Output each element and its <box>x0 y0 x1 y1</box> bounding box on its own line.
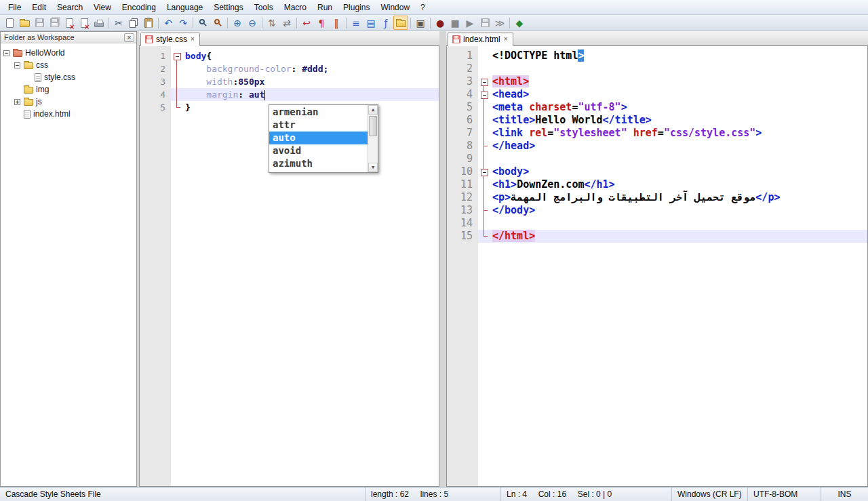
code-line[interactable]: 2 <box>447 62 867 75</box>
fold-marker[interactable] <box>478 165 490 178</box>
record-macro-button[interactable]: ● <box>433 16 448 30</box>
close-all-button[interactable] <box>77 16 92 30</box>
toolbar-separator <box>430 18 431 28</box>
save-button[interactable] <box>32 16 47 30</box>
vertical-splitter[interactable] <box>439 31 446 487</box>
tree-item-helloworld[interactable]: −HelloWorld <box>1 47 136 59</box>
code-line[interactable]: 12<p>موقع تحميل آخر التطبيقات والبرامج ا… <box>447 191 867 204</box>
menu-item-window[interactable]: Window <box>375 1 415 14</box>
code-line[interactable]: 1<!DOCTYPE html> <box>447 49 867 62</box>
new-file-button[interactable] <box>2 16 17 30</box>
expand-icon[interactable]: + <box>14 99 20 105</box>
autocomplete-item-azimuth[interactable]: azimuth <box>269 157 368 170</box>
menu-item-help[interactable]: ? <box>415 1 431 14</box>
autocomplete-item-armenian[interactable]: armenian <box>269 106 368 119</box>
collapse-icon[interactable]: − <box>3 50 9 56</box>
scroll-up-icon[interactable]: ▲ <box>368 105 378 115</box>
show-all-characters-button[interactable]: ¶ <box>314 16 329 30</box>
code-line[interactable]: 13</body> <box>447 204 867 217</box>
code-line[interactable]: 15</html> <box>447 230 867 243</box>
status-eol[interactable]: Windows (CR LF) <box>671 487 747 501</box>
code-line[interactable]: 5<meta charset="utf-8"> <box>447 101 867 114</box>
copy-button[interactable] <box>126 16 141 30</box>
function-list-button[interactable]: ƒ <box>378 16 393 30</box>
open-file-button[interactable] <box>17 16 32 30</box>
code-line[interactable]: 8</head> <box>447 140 867 153</box>
undo-button[interactable]: ↶ <box>161 16 176 30</box>
menu-item-plugins[interactable]: Plugins <box>338 1 375 14</box>
code-line[interactable]: 3<html> <box>447 75 867 88</box>
autocomplete-scrollbar[interactable]: ▲ ▼ <box>368 105 378 172</box>
sync-horizontal-scrolling-button[interactable]: ⇄ <box>279 16 294 30</box>
plugin-button[interactable]: ◆ <box>512 16 527 30</box>
menu-item-view[interactable]: View <box>88 1 117 14</box>
tree-item-js[interactable]: +js <box>1 96 136 108</box>
right-editor[interactable]: 1<!DOCTYPE html>23<html>4<head>5<meta ch… <box>446 46 868 487</box>
menu-item-settings[interactable]: Settings <box>208 1 248 14</box>
menu-item-encoding[interactable]: Encoding <box>117 1 161 14</box>
save-macro-button[interactable] <box>477 16 492 30</box>
run-macro-multiple-button[interactable]: ≫ <box>492 16 507 30</box>
panel-close-icon[interactable]: × <box>124 33 134 42</box>
scroll-down-icon[interactable]: ▼ <box>368 163 378 172</box>
code-line[interactable]: 3 width:850px <box>140 75 439 88</box>
code-line[interactable]: 11<h1>DownZen.com</h1> <box>447 178 867 191</box>
save-all-button[interactable] <box>47 16 62 30</box>
tree-item-style-css[interactable]: style.css <box>1 71 136 83</box>
code-line[interactable]: 2 background-color: #ddd; <box>140 62 439 75</box>
document-map-button[interactable]: ▤ <box>363 16 378 30</box>
code-line[interactable]: 4 margin: aut <box>140 88 439 101</box>
stop-recording-button[interactable]: ■ <box>448 16 462 30</box>
menu-item-macro[interactable]: Macro <box>279 1 312 14</box>
tree-item-index-html[interactable]: index.html <box>1 108 136 120</box>
tab-style-css[interactable]: style.css × <box>140 33 200 46</box>
line-number: 2 <box>140 62 171 75</box>
code-line[interactable]: 14 <box>447 217 867 230</box>
find-button[interactable] <box>195 16 210 30</box>
code-line[interactable]: 10<body> <box>447 165 867 178</box>
code-line[interactable]: 7<link rel="stylesheet" href="css/style.… <box>447 127 867 140</box>
code-line[interactable]: 9 <box>447 153 867 165</box>
fold-marker[interactable] <box>478 75 490 88</box>
menu-item-tools[interactable]: Tools <box>249 1 279 14</box>
close-file-button[interactable] <box>62 16 77 30</box>
autocomplete-item-attr[interactable]: attr <box>269 119 368 132</box>
play-macro-button[interactable]: ▶ <box>462 16 477 30</box>
tab-index-html[interactable]: index.html × <box>448 33 513 46</box>
code-line[interactable]: 4<head> <box>447 88 867 101</box>
paste-button[interactable] <box>141 16 156 30</box>
tree-item-img[interactable]: img <box>1 83 136 96</box>
left-editor[interactable]: 1body{2 background-color: #ddd;3 width:8… <box>139 46 439 487</box>
tab-close-icon[interactable]: × <box>190 36 195 43</box>
folder-as-workspace-button[interactable] <box>393 16 408 30</box>
print-button[interactable] <box>92 16 106 30</box>
scroll-thumb[interactable] <box>369 116 377 136</box>
zoom-in-button[interactable]: ⊕ <box>230 16 245 30</box>
tree-item-css[interactable]: −css <box>1 59 136 71</box>
menu-item-edit[interactable]: Edit <box>26 1 52 14</box>
autocomplete-item-avoid[interactable]: avoid <box>269 144 368 157</box>
zoom-out-button[interactable]: ⊖ <box>245 16 260 30</box>
sync-vertical-scrolling-button[interactable]: ⇅ <box>264 16 279 30</box>
replace-button[interactable] <box>210 16 225 30</box>
code-line[interactable]: 1body{ <box>140 49 439 62</box>
toolbar-separator <box>346 18 347 28</box>
fold-marker[interactable] <box>171 49 182 62</box>
fold-marker[interactable] <box>478 88 490 101</box>
menu-item-run[interactable]: Run <box>312 1 338 14</box>
define-language-button[interactable]: ≡ <box>349 16 363 30</box>
cut-button[interactable]: ✂ <box>111 16 126 30</box>
show-indent-guide-button[interactable]: ‖ <box>329 16 344 30</box>
redo-button[interactable]: ↷ <box>176 16 191 30</box>
tab-close-icon[interactable]: × <box>503 36 509 43</box>
word-wrap-button[interactable]: ↩ <box>299 16 314 30</box>
menu-item-language[interactable]: Language <box>161 1 208 14</box>
menu-item-file[interactable]: File <box>3 1 26 14</box>
code-line[interactable]: 6<title>Hello World</title> <box>447 114 867 127</box>
monitoring-button[interactable]: ▣ <box>413 16 428 30</box>
collapse-icon[interactable]: − <box>14 62 20 68</box>
menu-item-search[interactable]: Search <box>52 1 88 14</box>
status-encoding[interactable]: UTF-8-BOM <box>747 487 821 501</box>
autocomplete-item-auto[interactable]: auto <box>269 132 368 144</box>
status-insert-mode[interactable]: INS <box>821 487 868 501</box>
